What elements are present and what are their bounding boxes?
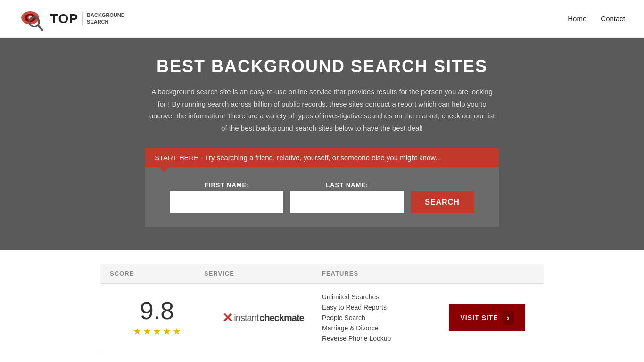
table-row: 9.8 ★ ★ ★ ★ ★ ✕ instant checkmate Unlimi… <box>100 284 544 352</box>
col-service: SERVICE <box>204 270 322 277</box>
star-2: ★ <box>143 326 151 337</box>
star-5: ★ <box>173 326 181 337</box>
logo-sub-text: BACKGROUND SEARCH <box>82 12 125 25</box>
features-cell-1: Unlimited Searches Easy to Read Reports … <box>322 293 440 342</box>
service-cell-1: ✕ instant checkmate <box>204 310 322 326</box>
results-section: SCORE SERVICE FEATURES 9.8 ★ ★ ★ ★ ★ ✕ i… <box>91 264 553 362</box>
score-1: 9.8 <box>140 298 174 323</box>
search-button[interactable]: SEARCH <box>411 191 474 213</box>
site-header: TOP BACKGROUND SEARCH Home Contact <box>0 0 644 38</box>
nav-contact[interactable]: Contact <box>601 15 625 23</box>
hero-section: BEST BACKGROUND SEARCH SITES A backgroun… <box>0 38 644 250</box>
feature-1-3: Marriage & Divorce <box>322 324 440 332</box>
feature-1-0: Unlimited Searches <box>322 293 440 301</box>
visit-button-1[interactable]: VISIT SITE › <box>449 304 525 331</box>
star-4: ★ <box>163 326 171 337</box>
nav-home[interactable]: Home <box>568 15 586 23</box>
visit-cell-1: VISIT SITE › <box>440 304 534 331</box>
checkmate-logo: ✕ instant checkmate <box>222 310 304 326</box>
arrow-icon-1: › <box>503 311 514 325</box>
col-features: FEATURES <box>322 270 440 277</box>
table-header: SCORE SERVICE FEATURES <box>100 264 544 284</box>
checkmate-x-icon: ✕ <box>222 310 233 326</box>
col-score: SCORE <box>110 270 204 277</box>
checkmate-text: instant <box>234 313 258 323</box>
hero-description: A background search site is an easy-to-u… <box>148 86 496 134</box>
svg-line-5 <box>38 25 42 30</box>
logo-top-text: TOP <box>50 11 78 26</box>
logo-icon <box>19 6 47 32</box>
feature-1-4: Reverse Phone Lookup <box>322 335 440 342</box>
feature-1-2: People Search <box>322 314 440 321</box>
star-3: ★ <box>153 326 161 337</box>
col-action <box>440 270 534 277</box>
first-name-input[interactable] <box>170 191 283 213</box>
search-banner: START HERE - Try searching a friend, rel… <box>145 148 499 167</box>
last-name-label: LAST NAME: <box>290 181 404 189</box>
checkmate-brand: checkmate <box>259 313 304 323</box>
last-name-input[interactable] <box>290 191 404 213</box>
stars-1: ★ ★ ★ ★ ★ <box>133 326 181 337</box>
star-1: ★ <box>133 326 141 337</box>
score-cell-1: 9.8 ★ ★ ★ ★ ★ <box>110 298 204 337</box>
feature-1-1: Easy to Read Reports <box>322 304 440 311</box>
logo: TOP BACKGROUND SEARCH <box>19 6 125 32</box>
hero-title: BEST BACKGROUND SEARCH SITES <box>9 57 635 76</box>
first-name-label: FIRST NAME: <box>170 181 283 189</box>
search-form: FIRST NAME: LAST NAME: SEARCH <box>145 167 499 227</box>
last-name-field: LAST NAME: <box>290 181 404 213</box>
main-nav: Home Contact <box>568 15 625 23</box>
table-row: 9.4 ★ ★ ★ ★ ★ PeopleLooker Accurate and … <box>100 352 544 362</box>
first-name-field: FIRST NAME: <box>170 181 283 213</box>
